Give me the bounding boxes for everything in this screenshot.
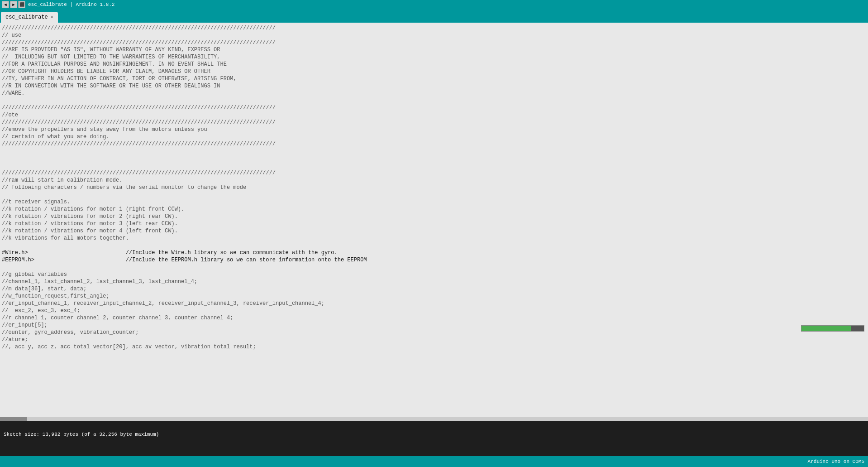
code-line: //k vibrations for all motors together.: [0, 235, 868, 242]
title-bar-text: esc_calibrate | Arduino 1.8.2: [28, 2, 114, 7]
code-line: [0, 97, 868, 104]
code-line: //t receiver signals.: [0, 198, 868, 206]
tab-close-btn[interactable]: ×: [51, 15, 53, 20]
code-line: [0, 162, 868, 169]
code-line: //er_input_channel_1, receiver_input_cha…: [0, 300, 868, 307]
code-line: #EEPROM.h> //Include the EEPROM.h librar…: [0, 256, 868, 264]
editor-tab[interactable]: esc_calibrate ×: [1, 12, 58, 23]
tab-bar: esc_calibrate ×: [0, 9, 868, 23]
code-line: // esc_2, esc_3, esc_4;: [0, 307, 868, 314]
code-line: //ARE IS PROVIDED "AS IS", WITHOUT WARRA…: [0, 46, 868, 53]
progress-bar-container: [801, 325, 864, 332]
code-line: //, acc_y, acc_z, acc_total_vector[20], …: [0, 343, 868, 351]
code-line: //TY, WHETHER IN AN ACTION OF CONTRACT, …: [0, 75, 868, 82]
horizontal-scrollbar[interactable]: [0, 417, 868, 421]
console-area: Sketch size: 13,982 bytes (of a 32,256 b…: [0, 421, 868, 448]
code-line: [0, 191, 868, 198]
code-line: //w_function_request,first_angle;: [0, 293, 868, 300]
progress-area: [801, 325, 864, 332]
code-line: ////////////////////////////////////////…: [0, 39, 868, 46]
code-line: // certain of what you are doing.: [0, 133, 868, 140]
code-line: [0, 264, 868, 271]
code-line: //channel_1, last_channel_2, last_channe…: [0, 278, 868, 285]
progress-bar-fill: [801, 326, 851, 331]
code-line: //m_data[36], start, data;: [0, 285, 868, 293]
code-line: // use: [0, 32, 868, 39]
status-text: Arduino Uno on COM5: [808, 459, 864, 464]
code-line: ////////////////////////////////////////…: [0, 104, 868, 111]
toolbar-btn-back[interactable]: ◀: [2, 1, 9, 8]
code-line: //r_channel_1, counter_channel_2, counte…: [0, 314, 868, 322]
code-line: // INCLUDING BUT NOT LIMITED TO THE WARR…: [0, 53, 868, 61]
code-line: //R IN CONNECTION WITH THE SOFTWARE OR T…: [0, 82, 868, 90]
code-line: //ounter, gyro_address, vibration_counte…: [0, 329, 868, 336]
code-line: //k rotation / vibrations for motor 3 (l…: [0, 220, 868, 227]
code-line: //ote: [0, 111, 868, 119]
status-bar: Arduino Uno on COM5: [0, 456, 868, 467]
code-line: //ram will start in calibration mode.: [0, 177, 868, 184]
code-line: ////////////////////////////////////////…: [0, 119, 868, 126]
top-toolbar: ◀ ▶ ⬛ esc_calibrate | Arduino 1.8.2: [0, 0, 868, 9]
code-line: #Wire.h> //Include the Wire.h library so…: [0, 249, 868, 256]
code-line: //ature;: [0, 336, 868, 343]
tab-label: esc_calibrate: [5, 14, 48, 20]
code-line: //emove the propellers and stay away fro…: [0, 126, 868, 133]
scrollbar-thumb[interactable]: [0, 417, 27, 421]
toolbar-btn-stop[interactable]: ⬛: [18, 1, 25, 8]
code-line: //k rotation / vibrations for motor 4 (l…: [0, 227, 868, 235]
code-line: ////////////////////////////////////////…: [0, 140, 868, 148]
code-line: [0, 242, 868, 249]
code-line: //WARE.: [0, 90, 868, 97]
code-line: //k rotation / vibrations for motor 1 (r…: [0, 206, 868, 213]
code-line: ////////////////////////////////////////…: [0, 169, 868, 177]
code-line: [0, 155, 868, 162]
code-line: //OR COPYRIGHT HOLDERS BE LIABLE FOR ANY…: [0, 68, 868, 75]
code-line: ////////////////////////////////////////…: [0, 24, 868, 32]
code-line: //er_input[5];: [0, 322, 868, 329]
code-line: //FOR A PARTICULAR PURPOSE AND NONINFRIN…: [0, 61, 868, 68]
code-line: //k rotation / vibrations for motor 2 (r…: [0, 213, 868, 220]
toolbar-btn-forward[interactable]: ▶: [10, 1, 17, 8]
code-line: [0, 148, 868, 155]
code-line: //g global variables: [0, 271, 868, 278]
console-text: Sketch size: 13,982 bytes (of a 32,256 b…: [4, 432, 159, 437]
code-line: // following characters / numbers via th…: [0, 184, 868, 191]
editor-area[interactable]: ////////////////////////////////////////…: [0, 23, 868, 417]
